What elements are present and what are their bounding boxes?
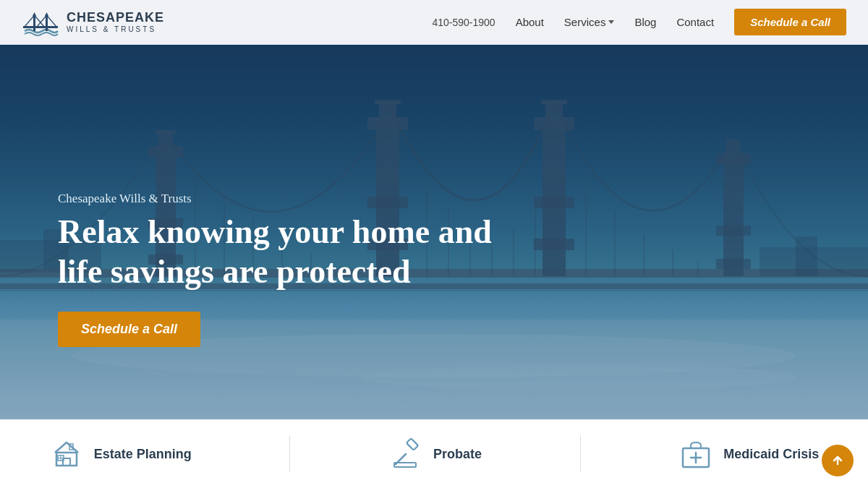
svg-line-3 — [35, 15, 45, 27]
nav-services[interactable]: Services — [564, 16, 615, 28]
medical-icon — [678, 437, 713, 471]
header: CHESAPEAKE WILLS & TRUSTS 410-590-1900 A… — [0, 0, 868, 45]
logo-subtitle: WILLS & TRUSTS — [67, 25, 164, 33]
scroll-up-button[interactable] — [822, 445, 854, 476]
svg-line-5 — [47, 15, 57, 27]
arrow-up-icon — [830, 453, 845, 468]
hero-section: Chesapeake Wills & Trusts Relax knowing … — [0, 45, 868, 419]
nav-blog[interactable]: Blog — [634, 16, 656, 28]
service-estate-planning[interactable]: Estate Planning — [49, 437, 192, 471]
nav-contact[interactable]: Contact — [676, 16, 714, 28]
service-medicaid-crisis[interactable]: Medicaid Crisis — [678, 437, 819, 471]
svg-line-2 — [25, 15, 35, 27]
service-divider-2 — [580, 436, 581, 472]
estate-planning-label: Estate Planning — [94, 447, 192, 462]
hero-content: Chesapeake Wills & Trusts Relax knowing … — [58, 192, 521, 347]
nav-about[interactable]: About — [516, 16, 544, 28]
svg-rect-1 — [46, 15, 48, 31]
logo-text: CHESAPEAKE WILLS & TRUSTS — [67, 11, 164, 33]
svg-rect-0 — [33, 15, 35, 31]
service-probate[interactable]: Probate — [388, 437, 482, 471]
hero-title: Relax knowing your home and life savings… — [58, 212, 521, 291]
svg-line-4 — [37, 15, 47, 27]
svg-rect-68 — [407, 438, 418, 450]
svg-rect-70 — [394, 463, 416, 467]
logo-title: CHESAPEAKE — [67, 11, 164, 25]
hero-subtitle: Chesapeake Wills & Trusts — [58, 192, 521, 206]
logo[interactable]: CHESAPEAKE WILLS & TRUSTS — [22, 7, 164, 38]
nav-phone: 410-590-1900 — [432, 17, 495, 28]
svg-marker-7 — [33, 12, 36, 16]
services-row: Estate Planning Probate — [0, 419, 868, 488]
page-wrapper: CHESAPEAKE WILLS & TRUSTS 410-590-1900 A… — [0, 0, 868, 488]
nav-cta-button[interactable]: Schedule a Call — [734, 9, 846, 35]
hero-cta-button[interactable]: Schedule a Call — [58, 312, 200, 347]
svg-rect-6 — [23, 26, 58, 28]
house-icon — [49, 437, 84, 471]
logo-icon — [22, 7, 59, 38]
main-nav: 410-590-1900 About Services Blog Contact… — [432, 9, 846, 35]
chevron-down-icon — [608, 20, 614, 24]
gavel-icon — [388, 437, 423, 471]
medicaid-crisis-label: Medicaid Crisis — [723, 447, 819, 462]
probate-label: Probate — [433, 447, 482, 462]
svg-marker-8 — [45, 12, 48, 16]
service-divider-1 — [289, 436, 290, 472]
